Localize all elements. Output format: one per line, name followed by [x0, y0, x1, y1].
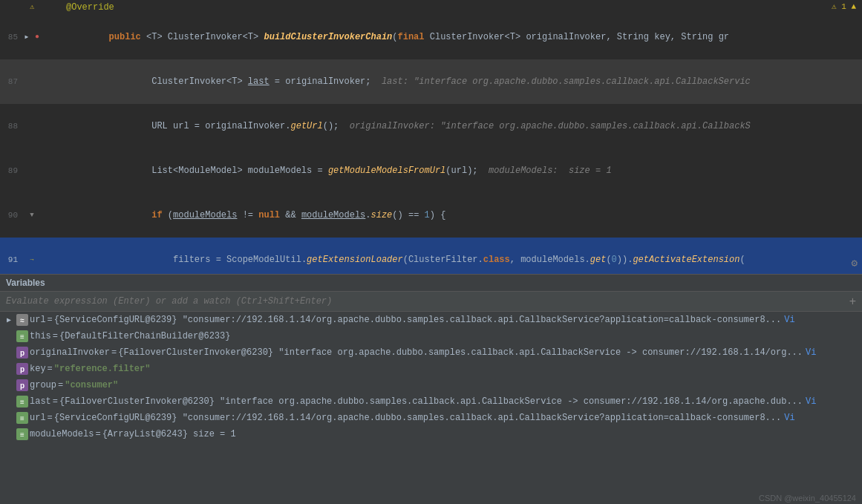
var-item-originalinvoker[interactable]: ▶ p originalInvoker = {FailoverClusterIn… — [0, 344, 862, 361]
code-line-override: ⚠ @Override — [0, 0, 862, 15]
var-equals-this: = — [53, 331, 58, 341]
type-badge-key: p — [16, 363, 28, 375]
type-badge-group: p — [16, 379, 28, 391]
var-equals-group: = — [58, 380, 63, 390]
warning-indicator: ⚠ 1 ▲ — [832, 1, 856, 11]
line-content-90: if (moduleModels != null && moduleModels… — [63, 193, 862, 238]
var-ref-url: {ServiceConfigURL@6239} — [54, 315, 177, 325]
expand-icon-originalinvoker[interactable]: ▶ — [3, 347, 15, 359]
gear-icon[interactable]: ⚙ — [852, 257, 858, 269]
var-item-url2[interactable]: ▶ ≡ url = {ServiceConfigURL@6239} "consu… — [0, 410, 862, 426]
var-value-group: "consumer" — [65, 380, 118, 390]
fold-arrow-icon-90[interactable]: ▼ — [27, 211, 36, 220]
var-name-group: group — [30, 380, 56, 390]
code-line-90: 90 ▼ if (moduleModels != null && moduleM… — [0, 193, 862, 238]
code-line-91: 91 → filters = ScopeModelUtil.getExtensi… — [0, 238, 862, 275]
line-gutter-override: ⚠ — [0, 0, 63, 15]
line-gutter-89: 89 — [0, 148, 63, 193]
var-list: ▶ ≈ url = {ServiceConfigURL@6239} "consu… — [0, 312, 862, 504]
code-line-88: 88 URL url = originalInvoker.getUrl(); o… — [0, 104, 862, 148]
evaluate-input[interactable] — [6, 296, 846, 307]
var-item-key[interactable]: ▶ p key = "reference.filter" — [0, 361, 862, 377]
var-ref-last: {FailoverClusterInvoker@6230} — [59, 396, 215, 407]
breakpoint-icon[interactable]: ● — [33, 33, 42, 42]
line-number-88: 88 — [0, 119, 21, 134]
gutter-icons-90: ▼ — [21, 211, 43, 220]
variables-panel: Variables + ▶ ≈ url = {ServiceConfigURL@… — [0, 275, 862, 504]
expand-icon-url2[interactable]: ▶ — [3, 412, 15, 424]
var-item-url[interactable]: ▶ ≈ url = {ServiceConfigURL@6239} "consu… — [0, 312, 862, 328]
var-name-url: url — [30, 315, 46, 325]
line-content-override: @Override — [63, 0, 862, 15]
code-line-89: 89 List<ModuleModel> moduleModels = getM… — [0, 148, 862, 193]
type-badge-url: ≈ — [16, 314, 28, 326]
var-value-key: "reference.filter" — [54, 364, 151, 374]
var-link-url2[interactable]: Vi — [784, 413, 794, 423]
expand-icon-this[interactable]: ▶ — [3, 330, 15, 342]
code-lines: ⚠ @Override 85 ▶ ● public <T> ClusterInv… — [0, 0, 862, 275]
add-watch-button[interactable]: + — [849, 295, 856, 308]
var-item-modulemodels[interactable]: ▶ ≡ moduleModels = {ArrayList@6243} size… — [0, 426, 862, 442]
exec-arrow-icon: ▶ — [22, 33, 31, 42]
var-equals-last: = — [53, 396, 58, 407]
var-item-this[interactable]: ▶ ≡ this = {DefaultFilterChainBuilder@62… — [0, 328, 862, 344]
current-line-arrow: → — [27, 255, 36, 264]
var-link-originalinvoker[interactable]: Vi — [806, 347, 816, 358]
var-item-last[interactable]: ▶ ≡ last = {FailoverClusterInvoker@6230}… — [0, 393, 862, 410]
var-name-this: this — [30, 331, 51, 341]
line-gutter-87: 87 — [0, 59, 63, 104]
var-value-last: "interface org.apache.dubbo.samples.call… — [215, 396, 803, 407]
type-badge-originalinvoker: p — [16, 347, 28, 359]
var-name-modulemodels: moduleModels — [30, 429, 94, 439]
expand-icon-last[interactable]: ▶ — [3, 396, 15, 408]
variables-header-text: Variables — [6, 278, 45, 288]
type-badge-modulemodels: ≡ — [16, 428, 28, 440]
line-content-88: URL url = originalInvoker.getUrl(); orig… — [63, 104, 862, 148]
var-equals-url2: = — [48, 413, 53, 423]
var-equals-key: = — [48, 364, 53, 374]
line-gutter-90: 90 ▼ — [0, 193, 63, 238]
var-value-url2: "consumer://192.168.1.14/org.apache.dubb… — [177, 413, 781, 423]
var-name-key: key — [30, 364, 46, 374]
var-value-url: "consumer://192.168.1.14/org.apache.dubb… — [177, 315, 781, 325]
line-number-85: 85 — [0, 30, 21, 45]
watermark: CSDN @weixin_40455124 — [759, 494, 856, 503]
code-line-85: 85 ▶ ● public <T> ClusterInvoker<T> buil… — [0, 15, 862, 59]
var-equals-originalinvoker: = — [111, 347, 117, 358]
var-value-modulemodels: size = 1 — [188, 429, 236, 439]
gutter-icons-91: → — [21, 255, 43, 264]
gutter-icons-85: ▶ ● — [21, 33, 43, 42]
var-link-last[interactable]: Vi — [806, 396, 816, 407]
line-gutter-88: 88 — [0, 104, 63, 148]
var-value-originalinvoker: "interface org.apache.dubbo.samples.call… — [273, 347, 803, 358]
var-equals-modulemodels: = — [95, 429, 100, 439]
evaluate-bar: + — [0, 292, 862, 312]
type-badge-url2: ≡ — [16, 412, 28, 424]
line-content-89: List<ModuleModel> moduleModels = getModu… — [63, 148, 862, 193]
line-number-89: 89 — [0, 163, 21, 178]
variables-header: Variables — [0, 275, 862, 292]
var-name-last: last — [30, 396, 51, 407]
line-content-85: public <T> ClusterInvoker<T> buildCluste… — [63, 15, 862, 59]
var-ref-this: {DefaultFilterChainBuilder@6233} — [59, 331, 230, 341]
expand-icon-url[interactable]: ▶ — [3, 314, 15, 326]
var-item-group[interactable]: ▶ p group = "consumer" — [0, 377, 862, 393]
line-number-90: 90 — [0, 208, 21, 223]
gutter-icons-override: ⚠ — [21, 3, 43, 12]
type-badge-last: ≡ — [16, 396, 28, 408]
code-line-87: 87 ClusterInvoker<T> last = originalInvo… — [0, 59, 862, 104]
expand-icon-modulemodels[interactable]: ▶ — [3, 428, 15, 440]
line-number-91: 91 — [0, 252, 21, 267]
var-ref-modulemodels: {ArrayList@6243} — [102, 429, 188, 439]
var-equals-url: = — [48, 315, 53, 325]
line-content-87: ClusterInvoker<T> last = originalInvoker… — [63, 59, 862, 104]
var-ref-originalinvoker: {FailoverClusterInvoker@6230} — [118, 347, 273, 358]
var-name-url2: url — [30, 413, 46, 423]
warning-icon: ⚠ — [27, 3, 36, 12]
type-badge-this: ≡ — [16, 330, 28, 342]
expand-icon-group[interactable]: ▶ — [3, 379, 15, 391]
expand-icon-key[interactable]: ▶ — [3, 363, 15, 375]
var-ref-url2: {ServiceConfigURL@6239} — [54, 413, 177, 423]
line-gutter-85: 85 ▶ ● — [0, 15, 63, 59]
var-link-url[interactable]: Vi — [784, 315, 794, 325]
